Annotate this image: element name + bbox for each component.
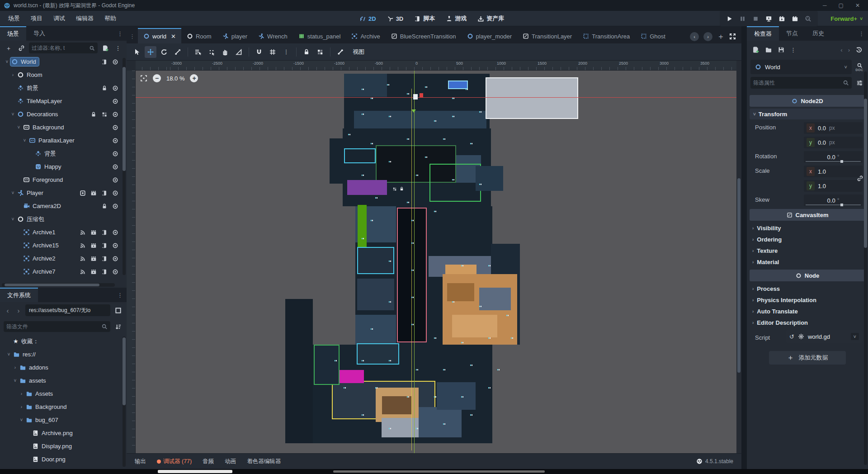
position-x-field[interactable]: x 0.0 px [804, 122, 863, 134]
fs-tree-row-bug_607[interactable]: ˅bug_607 [0, 413, 127, 427]
hand-tool-button[interactable] [219, 46, 231, 58]
workspace-游戏[interactable]: 游戏 [442, 13, 471, 24]
fs-tree-row-addons[interactable]: ›addons [0, 361, 127, 374]
eye-icon[interactable] [112, 164, 118, 170]
script-icon[interactable] [101, 190, 108, 196]
scene-tab-world[interactable]: world✕ [138, 28, 181, 43]
gridsnap-tool-button[interactable] [267, 46, 278, 58]
scene-tree-row-Archive15[interactable]: Archive15 [0, 239, 127, 252]
rulertri-tool-button[interactable] [233, 46, 245, 58]
stop-icon[interactable] [752, 15, 759, 22]
node-group-physics-interpolation[interactable]: ›Physics Interpolation [749, 294, 866, 306]
expand-arrow-icon[interactable]: › [18, 391, 25, 396]
fs-tree-row-Archive.png[interactable]: Archive.png [0, 427, 127, 440]
signal-icon[interactable] [80, 269, 86, 275]
scene-tree-row-TileMapLayer[interactable]: TileMapLayer [0, 95, 127, 108]
scene-tree-row-ParallaxLayer[interactable]: ˅ParallaxLayer [0, 134, 127, 147]
save-resource-icon[interactable] [778, 46, 785, 53]
eye-icon[interactable] [112, 256, 118, 262]
clap-icon[interactable] [792, 15, 798, 22]
eye-icon[interactable] [112, 124, 118, 131]
dock-splitter[interactable] [741, 26, 747, 469]
open-docs-button[interactable]: DOC [854, 60, 864, 74]
expand-arrow-icon[interactable]: ˅ [12, 378, 19, 383]
history-back-icon[interactable]: ‹ [840, 47, 842, 53]
instance-scene-button[interactable] [16, 43, 26, 53]
scene-tree-hscrollbar[interactable] [2, 283, 115, 287]
signal-icon[interactable] [80, 242, 86, 249]
expand-arrow-icon[interactable]: ˅ [5, 352, 12, 357]
eye-icon[interactable] [112, 190, 118, 196]
filesystem-tab[interactable]: 文件系统 [0, 288, 38, 302]
inspector-filter-input[interactable]: 筛选属性 [750, 77, 852, 89]
add-node-button[interactable]: ＋ [4, 43, 14, 53]
scene-tree-row-Archive7[interactable]: Archive7 [0, 265, 127, 278]
eye-icon[interactable] [112, 85, 118, 91]
listsel-tool-button[interactable] [192, 46, 204, 58]
workspace-资产库[interactable]: 资产库 [473, 13, 508, 24]
rotation-field[interactable]: 0.0 ° [804, 151, 863, 163]
object-selector[interactable]: World ˅ [750, 60, 852, 74]
canvasitem-group-texture[interactable]: ›Texture [749, 245, 866, 256]
fs-vscrollbar[interactable] [123, 337, 126, 467]
scene-tab-Archive[interactable]: Archive [346, 29, 385, 43]
attach-script-button[interactable] [100, 43, 110, 53]
fs-tree-row-assets[interactable]: ˅assets [0, 374, 127, 387]
scale-y-field[interactable]: y 1.0 [804, 180, 863, 192]
scene-tab-status_panel[interactable]: status_panel [293, 29, 346, 43]
fs-tree-row-Door.png[interactable]: Door.png [0, 453, 127, 466]
pause-icon[interactable] [739, 15, 746, 22]
script-icon[interactable] [101, 229, 108, 236]
cursor-tool-button[interactable] [131, 46, 143, 58]
inspector-extra-filter-button[interactable] [854, 78, 864, 88]
menu-item[interactable]: 项目 [25, 13, 48, 24]
expand-arrow-icon[interactable]: › [9, 72, 16, 77]
move-tool-button[interactable] [145, 46, 156, 58]
lock-icon[interactable] [90, 111, 97, 118]
scene-options-button[interactable]: ⋮ [113, 43, 123, 53]
chevron-down-icon[interactable]: ˅ [851, 333, 859, 340]
inspector-vscrollbar[interactable] [864, 71, 867, 465]
canvas-2d[interactable]: − 18.0 % + [136, 71, 741, 453]
add-metadata-button[interactable]: ＋ 添加元数据 [769, 351, 846, 365]
movie-icon[interactable] [90, 242, 97, 249]
movie-icon[interactable] [90, 269, 97, 275]
play-icon[interactable] [726, 15, 733, 22]
inspector-tab[interactable]: 节点 [779, 26, 805, 41]
eye-icon[interactable] [112, 269, 118, 275]
eye-icon[interactable] [112, 137, 118, 144]
script-field[interactable]: ↺ world.gd ˅ [786, 330, 863, 343]
expand-arrow-icon[interactable]: ˅ [9, 217, 16, 222]
node-group-process[interactable]: ›Process [749, 283, 866, 294]
scene-tree-row-Camera2D[interactable]: Camera2D [0, 199, 127, 213]
script-icon[interactable] [101, 269, 108, 275]
scene-tab-BlueScreenTransition[interactable]: BlueScreenTransition [386, 29, 462, 43]
zoom-level[interactable]: 18.0 % [166, 75, 184, 82]
scene-tree-row-Decorations[interactable]: ˅Decorations [0, 108, 127, 121]
category-node[interactable]: Node [750, 270, 865, 281]
scene-tree-row-Archive2[interactable]: Archive2 [0, 252, 127, 265]
canvasitem-group-ordering[interactable]: ›Ordering [749, 234, 866, 245]
group-icon[interactable] [101, 111, 108, 118]
canvas-vscrollbar[interactable] [736, 61, 741, 453]
load-resource-icon[interactable] [765, 46, 772, 53]
snap-options-button[interactable]: ⋮ [280, 46, 292, 58]
scene-tab-Wrench[interactable]: Wrench [253, 29, 293, 43]
eye-icon[interactable] [112, 229, 118, 236]
scene-dock-tab[interactable]: 导入 [26, 26, 52, 41]
fs-tree-row-Background[interactable]: ›Background [0, 400, 127, 413]
eye-icon[interactable] [112, 111, 118, 118]
bone-tool-button[interactable] [335, 46, 346, 58]
fs-tree-row-Assets[interactable]: ›Assets [0, 387, 127, 400]
fs-back-button[interactable]: ‹ [4, 307, 12, 314]
rotate-tool-button[interactable] [158, 46, 170, 58]
magnet-tool-button[interactable] [253, 46, 265, 58]
scene-tree-row-背景[interactable]: 背景 [0, 147, 127, 160]
lock-icon[interactable] [101, 203, 108, 209]
scene-tree-row-前景[interactable]: 前景 [0, 81, 127, 95]
lock-tool-button[interactable] [301, 46, 312, 58]
movie-icon[interactable] [90, 190, 97, 196]
prev-scene-button[interactable]: ‹ [690, 32, 699, 41]
fs-filter-input[interactable]: 筛选文件 [4, 321, 110, 332]
view-menu-button[interactable]: 视图 [348, 47, 369, 57]
